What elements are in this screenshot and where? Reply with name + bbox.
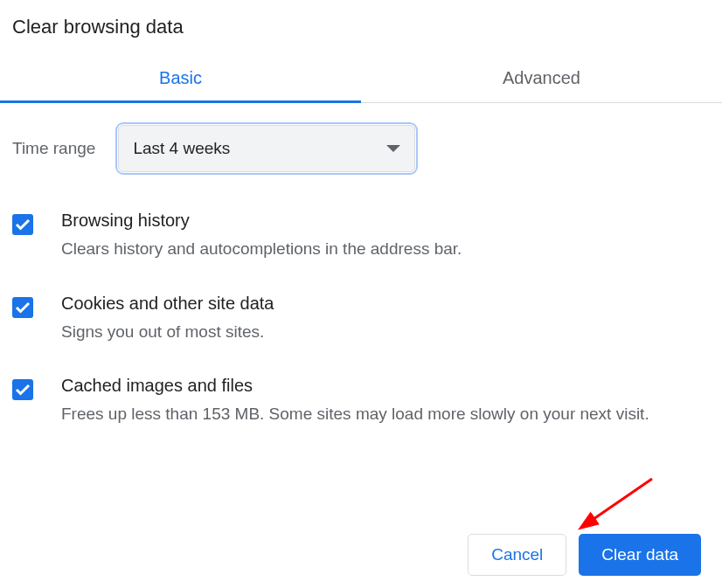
check-icon	[15, 218, 31, 231]
chevron-down-icon	[386, 145, 400, 152]
footer-buttons: Cancel Clear data	[468, 534, 701, 576]
option-text: Cached images and files Frees up less th…	[61, 372, 710, 427]
option-cached: Cached images and files Frees up less th…	[12, 372, 710, 427]
cancel-button[interactable]: Cancel	[468, 534, 566, 576]
checkbox-cached[interactable]	[12, 379, 33, 400]
option-title: Cached images and files	[61, 372, 710, 398]
check-icon	[15, 301, 31, 314]
time-range-value: Last 4 weeks	[133, 139, 230, 158]
content-area: Time range Last 4 weeks Browsing history…	[0, 103, 722, 427]
option-title: Browsing history	[61, 207, 710, 233]
option-cookies: Cookies and other site data Signs you ou…	[12, 290, 710, 345]
option-desc: Signs you out of most sites.	[61, 320, 710, 345]
check-icon	[15, 384, 31, 396]
option-text: Cookies and other site data Signs you ou…	[61, 290, 710, 345]
dialog-title: Clear browsing data	[0, 0, 722, 45]
option-text: Browsing history Clears history and auto…	[61, 207, 710, 262]
tab-basic[interactable]: Basic	[0, 56, 361, 103]
option-browsing-history: Browsing history Clears history and auto…	[12, 207, 710, 262]
tab-advanced[interactable]: Advanced	[361, 56, 722, 103]
time-range-row: Time range Last 4 weeks	[12, 125, 710, 172]
option-title: Cookies and other site data	[61, 290, 710, 316]
time-range-label: Time range	[12, 139, 95, 158]
tabs-container: Basic Advanced	[0, 56, 722, 103]
option-desc: Clears history and autocompletions in th…	[61, 237, 710, 262]
svg-line-1	[582, 479, 652, 527]
time-range-select[interactable]: Last 4 weeks	[118, 125, 415, 172]
checkbox-cookies[interactable]	[12, 297, 33, 318]
checkbox-browsing-history[interactable]	[12, 214, 33, 235]
option-desc: Frees up less than 153 MB. Some sites ma…	[61, 402, 710, 427]
clear-data-button[interactable]: Clear data	[579, 534, 701, 576]
time-range-select-wrap: Last 4 weeks	[118, 125, 415, 172]
